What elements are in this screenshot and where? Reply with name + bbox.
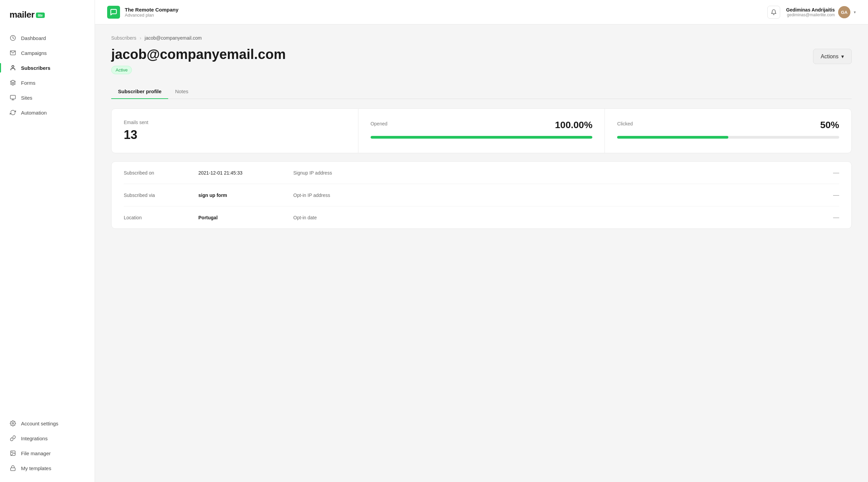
logo-text: mailerlite — [9, 9, 45, 20]
sidebar-item-forms[interactable]: Forms — [4, 76, 91, 90]
signup-ip-value: — — [368, 169, 839, 176]
sidebar-item-campaigns[interactable]: Campaigns — [4, 46, 91, 60]
gear-icon — [9, 420, 16, 427]
breadcrumb: Subscribers › jacob@companyemail.com — [111, 35, 852, 41]
info-row-subscribed-via: Subscribed via sign up form Opt-in IP ad… — [124, 184, 839, 206]
sidebar-item-label: Dashboard — [21, 35, 46, 41]
location-value: Portugal — [198, 215, 293, 220]
clock-icon — [9, 35, 16, 41]
sidebar-item-my-templates[interactable]: My templates — [4, 461, 91, 475]
subscribed-on-value: 2021-12-01 21:45:33 — [198, 170, 293, 176]
user-email: gediminas@mailerlite.com — [786, 13, 835, 17]
stat-emails-sent: Emails sent 13 — [112, 109, 358, 153]
status-badge: Active — [111, 66, 132, 74]
nav-spacer — [4, 128, 91, 135]
sidebar-item-label: Campaigns — [21, 50, 47, 56]
sidebar-item-label: File manager — [21, 450, 51, 456]
sidebar-item-file-manager[interactable]: File manager — [4, 446, 91, 460]
bottom-nav: Account settings Integrations File manag… — [0, 416, 95, 475]
info-card: Subscribed on 2021-12-01 21:45:33 Signup… — [111, 161, 852, 229]
breadcrumb-separator: › — [140, 35, 141, 41]
svg-rect-4 — [11, 95, 16, 99]
browser-icon — [9, 94, 16, 101]
subscribed-on-label: Subscribed on — [124, 170, 198, 176]
tab-label: Notes — [175, 88, 188, 94]
logo-area: mailerlite — [0, 9, 95, 31]
sidebar-item-label: Forms — [21, 80, 36, 86]
subscribed-via-label: Subscribed via — [124, 193, 198, 198]
actions-chevron-icon: ▾ — [841, 53, 844, 60]
svg-point-9 — [12, 452, 12, 453]
svg-point-7 — [12, 423, 14, 424]
breadcrumb-current: jacob@companyemail.com — [145, 35, 202, 41]
notification-bell-button[interactable] — [767, 6, 780, 19]
layers-icon — [9, 79, 16, 86]
sidebar-item-dashboard[interactable]: Dashboard — [4, 31, 91, 45]
sidebar-item-label: Automation — [21, 110, 47, 116]
sidebar: mailerlite Dashboard Campaigns Subscribe… — [0, 0, 95, 482]
sidebar-item-subscribers[interactable]: Subscribers — [4, 61, 91, 75]
chevron-down-icon: ▾ — [854, 10, 856, 15]
stats-card: Emails sent 13 Opened 100.00% Clicked 50… — [111, 108, 852, 153]
opened-progress-fill — [371, 136, 593, 139]
opened-progress-bar — [371, 136, 593, 139]
sidebar-item-label: Integrations — [21, 436, 47, 441]
svg-point-2 — [12, 65, 14, 67]
page-header: jacob@companyemail.com Active Actions ▾ — [111, 47, 852, 74]
emails-sent-label: Emails sent — [124, 120, 346, 125]
avatar: GA — [838, 6, 850, 18]
actions-button[interactable]: Actions ▾ — [813, 49, 852, 64]
opened-percent: 100.00% — [555, 120, 593, 130]
optin-date-label: Opt-in date — [293, 215, 368, 220]
clicked-percent: 50% — [820, 120, 839, 130]
stat-opened-header: Opened 100.00% — [371, 120, 593, 130]
clicked-label: Clicked — [617, 121, 633, 126]
clicked-progress-fill — [617, 136, 728, 139]
logo-wordmark: mailer — [9, 9, 35, 20]
page-title-area: jacob@companyemail.com Active — [111, 47, 286, 74]
topbar-right: Gediminas Andrijaitis gediminas@mailerli… — [767, 6, 856, 19]
sidebar-item-label: Account settings — [21, 421, 58, 426]
sidebar-item-label: Subscribers — [21, 65, 51, 71]
topbar-left: The Remote Company Advanced plan — [107, 6, 178, 19]
sidebar-item-sites[interactable]: Sites — [4, 91, 91, 105]
link-icon — [9, 435, 16, 442]
signup-ip-label: Signup IP address — [293, 170, 368, 176]
mail-icon — [9, 49, 16, 56]
optin-ip-label: Opt-in IP address — [293, 193, 368, 198]
page-title: jacob@companyemail.com — [111, 47, 286, 62]
svg-text:GA: GA — [841, 10, 848, 15]
tab-notes[interactable]: Notes — [168, 84, 195, 99]
tab-label: Subscriber profile — [118, 88, 161, 94]
info-row-location: Location Portugal Opt-in date — — [124, 206, 839, 228]
info-row-subscribed-on: Subscribed on 2021-12-01 21:45:33 Signup… — [124, 162, 839, 184]
emails-sent-value: 13 — [124, 128, 346, 142]
svg-marker-3 — [11, 80, 16, 83]
company-info: The Remote Company Advanced plan — [125, 7, 178, 18]
sidebar-item-automation[interactable]: Automation — [4, 105, 91, 120]
optin-date-value: — — [368, 214, 839, 221]
breadcrumb-parent[interactable]: Subscribers — [111, 35, 136, 41]
sidebar-item-account-settings[interactable]: Account settings — [4, 416, 91, 430]
sidebar-item-integrations[interactable]: Integrations — [4, 431, 91, 445]
user-name: Gediminas Andrijaitis — [786, 7, 835, 13]
sidebar-item-label: Sites — [21, 95, 32, 101]
tab-subscriber-profile[interactable]: Subscriber profile — [111, 84, 168, 99]
clicked-progress-bar — [617, 136, 839, 139]
person-icon — [9, 64, 16, 71]
bell-icon — [771, 9, 777, 15]
logo-badge: lite — [36, 13, 45, 18]
user-area[interactable]: Gediminas Andrijaitis gediminas@mailerli… — [786, 6, 856, 18]
image-icon — [9, 450, 16, 457]
user-info: Gediminas Andrijaitis gediminas@mailerli… — [786, 7, 835, 17]
opened-label: Opened — [371, 121, 388, 126]
company-name: The Remote Company — [125, 7, 178, 13]
actions-label: Actions — [821, 54, 839, 60]
lock-icon — [9, 465, 16, 471]
optin-ip-value: — — [368, 192, 839, 199]
tabs: Subscriber profile Notes — [111, 84, 852, 99]
company-icon — [107, 6, 120, 19]
svg-rect-10 — [11, 468, 15, 470]
topbar: The Remote Company Advanced plan Gedimin… — [95, 0, 868, 24]
stat-clicked: Clicked 50% — [605, 109, 851, 153]
